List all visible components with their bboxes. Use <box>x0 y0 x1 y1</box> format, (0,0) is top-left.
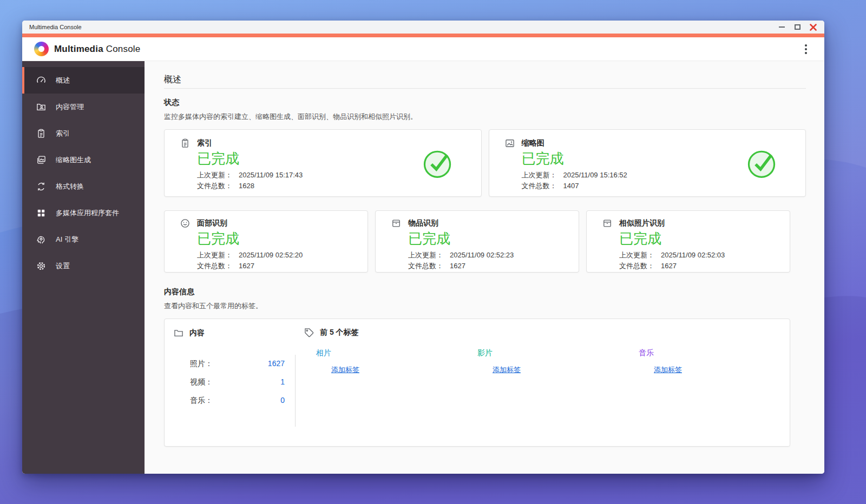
stat-row-photos: 照片： 1627 <box>190 358 285 369</box>
card-title: 相似照片识别 <box>619 218 665 228</box>
updated-value: 2025/11/09 02:52:20 <box>239 251 303 259</box>
divider <box>164 88 806 89</box>
window-title: Multimedia Console <box>29 24 777 30</box>
total-label: 文件总数： <box>619 262 654 270</box>
content-folder-icon <box>36 102 47 112</box>
stat-row-videos: 视频： 1 <box>190 376 285 387</box>
minimize-button[interactable] <box>777 23 786 31</box>
thumbnail-icon <box>504 138 515 149</box>
maximize-button[interactable] <box>793 23 802 31</box>
kebab-menu-button[interactable] <box>802 42 810 56</box>
convert-icon <box>36 181 47 192</box>
updated-value: 2025/11/09 02:52:23 <box>450 251 514 259</box>
stat-row-music: 音乐： 0 <box>190 395 285 406</box>
card-title: 索引 <box>197 138 212 148</box>
content-info-description: 查看内容和五个最常用的标签。 <box>164 301 806 311</box>
total-label: 文件总数： <box>522 182 557 190</box>
app-logo-icon <box>34 42 49 56</box>
status-text: 已完成 <box>408 230 566 247</box>
sidebar: 概述 内容管理 索引 缩略图生成 格式转换 多媒体应用程序套件 <box>22 61 145 474</box>
status-cards-row-2: 面部识别 已完成 上次更新：2025/11/09 02:52:20 文件总数：1… <box>164 210 806 273</box>
updated-label: 上次更新： <box>522 171 557 179</box>
accent-bar <box>22 34 824 37</box>
tag-group-photos: 相片 添加标签 <box>306 344 468 375</box>
add-tag-link[interactable]: 添加标签 <box>493 365 521 375</box>
content-info-heading: 内容信息 <box>164 287 806 297</box>
check-circle-icon <box>422 148 453 179</box>
updated-label: 上次更新： <box>197 171 232 179</box>
updated-value: 2025/11/09 15:17:43 <box>239 171 303 179</box>
tag-icon <box>304 327 314 338</box>
total-value: 1627 <box>450 262 465 270</box>
updated-value: 2025/11/09 02:52:03 <box>661 251 725 259</box>
main-content: 概述 状态 监控多媒体内容的索引建立、缩略图生成、面部识别、物品识别和相似照片识… <box>145 61 824 474</box>
total-value: 1628 <box>239 182 254 190</box>
tag-groups: 相片 添加标签 影片 添加标签 音乐 添加标签 <box>306 344 790 375</box>
status-card-index: 索引 已完成 上次更新：2025/11/09 15:17:43 文件总数：162… <box>164 129 482 197</box>
tag-group-name: 音乐 <box>639 348 790 358</box>
content-header: 内容 <box>173 328 205 339</box>
updated-label: 上次更新： <box>197 251 232 259</box>
similar-box-icon <box>602 218 613 229</box>
status-card-similar-photo-recognition: 相似照片识别 已完成 上次更新：2025/11/09 02:52:03 文件总数… <box>586 210 790 273</box>
add-tag-link[interactable]: 添加标签 <box>331 365 359 375</box>
ai-engine-icon <box>36 234 47 245</box>
status-card-face-recognition: 面部识别 已完成 上次更新：2025/11/09 02:52:20 文件总数：1… <box>164 210 368 273</box>
top-tags-header: 前 5 个标签 <box>304 327 359 338</box>
close-button[interactable] <box>809 23 817 31</box>
tag-group-music: 音乐 添加标签 <box>629 344 790 375</box>
content-stats: 照片： 1627 视频： 1 音乐： 0 <box>190 358 285 413</box>
desktop: { "titlebar": { "title": "Multimedia Con… <box>0 0 866 504</box>
total-label: 文件总数： <box>408 262 443 270</box>
updated-value: 2025/11/09 15:16:52 <box>563 171 627 179</box>
page-title: 概述 <box>164 74 806 85</box>
card-title: 缩略图 <box>522 138 544 148</box>
tag-group-videos: 影片 添加标签 <box>468 344 629 375</box>
app-title: Multimedia Console <box>54 44 141 55</box>
object-box-icon <box>391 218 402 229</box>
close-icon <box>810 24 817 31</box>
clipboard-icon <box>180 138 191 149</box>
total-label: 文件总数： <box>197 182 232 190</box>
status-cards-row-1: 索引 已完成 上次更新：2025/11/09 15:17:43 文件总数：162… <box>164 129 806 197</box>
total-label: 文件总数： <box>197 262 232 270</box>
folder-icon <box>173 328 184 339</box>
check-circle-icon <box>746 148 777 179</box>
window-titlebar: Multimedia Console <box>22 21 824 34</box>
minimize-icon <box>779 26 785 28</box>
kebab-menu-icon <box>805 44 807 47</box>
sidebar-item-index[interactable]: 索引 <box>22 120 145 147</box>
sidebar-item-content-management[interactable]: 内容管理 <box>22 94 145 120</box>
face-icon <box>180 218 191 229</box>
sidebar-item-overview[interactable]: 概述 <box>22 67 145 94</box>
app-header: Multimedia Console <box>22 37 824 61</box>
sidebar-item-format-conversion[interactable]: 格式转换 <box>22 173 145 200</box>
status-section-description: 监控多媒体内容的索引建立、缩略图生成、面部识别、物品识别和相似照片识别。 <box>164 112 806 122</box>
card-title: 物品识别 <box>408 218 438 228</box>
tag-group-name: 相片 <box>316 348 468 358</box>
status-card-thumbnail: 缩略图 已完成 上次更新：2025/11/09 15:16:52 文件总数：14… <box>489 129 806 197</box>
sidebar-item-ai-engine[interactable]: AI 引擎 <box>22 226 145 253</box>
sidebar-item-settings[interactable]: 设置 <box>22 253 145 279</box>
content-info-card: 内容 前 5 个标签 照片： 1627 视频： 1 音 <box>164 319 790 447</box>
total-value: 1627 <box>661 262 677 270</box>
status-card-object-recognition: 物品识别 已完成 上次更新：2025/11/09 02:52:23 文件总数：1… <box>375 210 579 273</box>
vertical-divider <box>295 355 296 427</box>
app-window: Multimedia Console Multimedia Console 概述 <box>22 21 824 474</box>
add-tag-link[interactable]: 添加标签 <box>654 365 682 375</box>
thumbnails-icon <box>36 155 47 165</box>
clipboard-icon <box>36 128 47 139</box>
gauge-icon <box>36 75 47 86</box>
card-title: 面部识别 <box>197 218 227 228</box>
window-controls <box>777 23 817 31</box>
status-text: 已完成 <box>619 230 777 247</box>
maximize-icon <box>795 24 801 30</box>
gear-icon <box>36 261 47 271</box>
status-text: 已完成 <box>197 230 355 247</box>
apps-grid-icon <box>36 208 47 218</box>
sidebar-item-thumbnail-generation[interactable]: 缩略图生成 <box>22 147 145 173</box>
sidebar-item-multimedia-app-suite[interactable]: 多媒体应用程序套件 <box>22 200 145 226</box>
status-section-heading: 状态 <box>164 98 806 108</box>
updated-label: 上次更新： <box>408 251 443 259</box>
total-value: 1407 <box>563 182 579 190</box>
